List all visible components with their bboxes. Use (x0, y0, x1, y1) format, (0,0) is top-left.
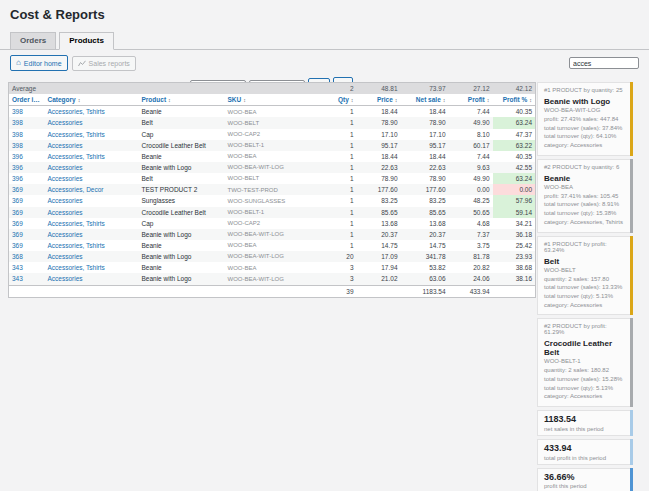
panel-accent-bar (630, 236, 633, 316)
qty-value: 20 (331, 251, 357, 262)
column-label: Net sale (416, 96, 441, 103)
stat-label: total profit in this period (544, 455, 624, 461)
order-id-link[interactable]: 343 (9, 273, 45, 285)
price-value: 17.09 (357, 251, 401, 262)
panel-stat-line: profit: 37.41% sales: 105.45 (544, 192, 624, 201)
product-name: Cap (139, 129, 225, 140)
column-header-net-sale[interactable]: Net sale↕ (401, 94, 449, 106)
category-link[interactable]: Accessories, Decor (45, 184, 139, 195)
panel-stat-line: total turnover (qty): 5.13% (544, 384, 624, 393)
panel-stat-line: quantity: 2 sales: 157.80 (544, 275, 624, 284)
order-id-link[interactable]: 396 (9, 162, 45, 173)
order-id-link[interactable]: 343 (9, 262, 45, 273)
product-sku: TWO-TEST-PROD (225, 184, 331, 195)
tab-orders[interactable]: Orders (10, 32, 56, 50)
net-sale-value: 341.78 (401, 251, 449, 262)
profit-value: 81.78 (449, 251, 493, 262)
product-sku: WOO-BELT (225, 173, 331, 184)
product-sku: WOO-CAP2 (225, 129, 331, 140)
order-id-link[interactable]: 369 (9, 207, 45, 218)
editor-home-button[interactable]: ⌂ Editor home (10, 55, 68, 71)
table-row: 396AccessoriesBeltWOO-BELT178.9078.9049.… (9, 173, 536, 184)
order-id-link[interactable]: 369 (9, 218, 45, 229)
panel-heading: #2 PRODUCT by quantity: 6 (544, 164, 624, 170)
column-header-profit[interactable]: Profit↕ (449, 94, 493, 106)
sort-icon: ↕ (529, 97, 532, 103)
stat-card: 433.94total profit in this period (537, 439, 633, 465)
stat-value: 433.94 (544, 443, 624, 454)
qty-value: 1 (331, 129, 357, 140)
category-link[interactable]: Accessories (45, 117, 139, 128)
column-header-order-id[interactable]: Order id↕ (9, 94, 45, 106)
category-link[interactable]: Accessories, Tshirts (45, 218, 139, 229)
column-header-product[interactable]: Product↕ (139, 94, 225, 106)
qty-value: 1 (331, 218, 357, 229)
profit-value: 7.44 (449, 106, 493, 118)
category-link[interactable]: Accessories, Tshirts (45, 151, 139, 162)
column-header-price[interactable]: Price↕ (357, 94, 401, 106)
column-header-sku[interactable]: SKU↕ (225, 94, 331, 106)
net-sale-value: 78.90 (401, 117, 449, 128)
average-profit: 27.12 (449, 83, 493, 95)
category-link[interactable]: Accessories (45, 273, 139, 285)
product-name: Beanie (139, 151, 225, 162)
qty-value: 1 (331, 173, 357, 184)
order-id-link[interactable]: 398 (9, 117, 45, 128)
column-header-profit[interactable]: Profit %↕ (493, 94, 536, 106)
order-id-link[interactable]: 369 (9, 184, 45, 195)
category-link[interactable]: Accessories (45, 251, 139, 262)
profit-pct-value: 40.35 (493, 151, 536, 162)
net-sale-value: 18.44 (401, 106, 449, 118)
column-header-qty[interactable]: Qty↕ (331, 94, 357, 106)
profit-pct-value: 63.24 (493, 173, 536, 184)
order-id-link[interactable]: 368 (9, 251, 45, 262)
net-sale-value: 85.65 (401, 207, 449, 218)
sort-icon: ↕ (487, 97, 490, 103)
sales-reports-button[interactable]: Sales reports (72, 56, 136, 71)
average-qty: 2 (331, 83, 357, 95)
table-row: 369AccessoriesSunglassesWOO-SUNGLASSES18… (9, 195, 536, 206)
category-link[interactable]: Accessories (45, 229, 139, 240)
category-link[interactable]: Accessories (45, 162, 139, 173)
product-name: Crocodile Leather Belt (139, 207, 225, 218)
tab-products[interactable]: Products (59, 32, 114, 50)
qty-value: 1 (331, 106, 357, 118)
category-link[interactable]: Accessories (45, 140, 139, 151)
category-link[interactable]: Accessories (45, 195, 139, 206)
qty-value: 1 (331, 151, 357, 162)
order-id-link[interactable]: 398 (9, 106, 45, 118)
category-link[interactable]: Accessories (45, 173, 139, 184)
net-sale-value: 22.63 (401, 162, 449, 173)
product-name: Beanie (139, 262, 225, 273)
table-body: 398Accessories, TshirtsBeanieWOO-BEA118.… (9, 106, 536, 285)
order-id-link[interactable]: 369 (9, 195, 45, 206)
net-sale-value: 177.60 (401, 184, 449, 195)
category-link[interactable]: Accessories, Tshirts (45, 240, 139, 251)
price-value: 17.10 (357, 129, 401, 140)
total-qty: 39 (331, 285, 357, 297)
stat-card: 1183.54net sales in this period (537, 410, 633, 436)
table-row: 343Accessories, TshirtsBeanieWOO-BEA317.… (9, 262, 536, 273)
product-sku: WOO-BEA (225, 151, 331, 162)
column-header-category[interactable]: Category↕ (45, 94, 139, 106)
order-id-link[interactable]: 396 (9, 151, 45, 162)
profit-pct-value: 42.55 (493, 162, 536, 173)
table-row: 369AccessoriesBeanie with LogoWOO-BEA-WI… (9, 229, 536, 240)
panel-product-sku: WOO-BELT-1 (544, 358, 624, 364)
order-id-link[interactable]: 398 (9, 129, 45, 140)
order-id-link[interactable]: 369 (9, 240, 45, 251)
category-link[interactable]: Accessories, Tshirts (45, 106, 139, 118)
search-input[interactable] (569, 57, 639, 69)
category-link[interactable]: Accessories, Tshirts (45, 262, 139, 273)
category-link[interactable]: Accessories, Tshirts (45, 129, 139, 140)
panel-stat-line: quantity: 2 sales: 180.82 (544, 366, 624, 375)
order-id-link[interactable]: 398 (9, 140, 45, 151)
order-id-link[interactable]: 396 (9, 173, 45, 184)
table-row: 398Accessories, TshirtsCapWOO-CAP2117.10… (9, 129, 536, 140)
panel-stat-line: category: Accessories (544, 392, 624, 401)
total-profit: 433.94 (449, 285, 493, 297)
net-sale-value: 95.17 (401, 140, 449, 151)
order-id-link[interactable]: 369 (9, 229, 45, 240)
category-link[interactable]: Accessories (45, 207, 139, 218)
product-name: TEST PRODUCT 2 (139, 184, 225, 195)
